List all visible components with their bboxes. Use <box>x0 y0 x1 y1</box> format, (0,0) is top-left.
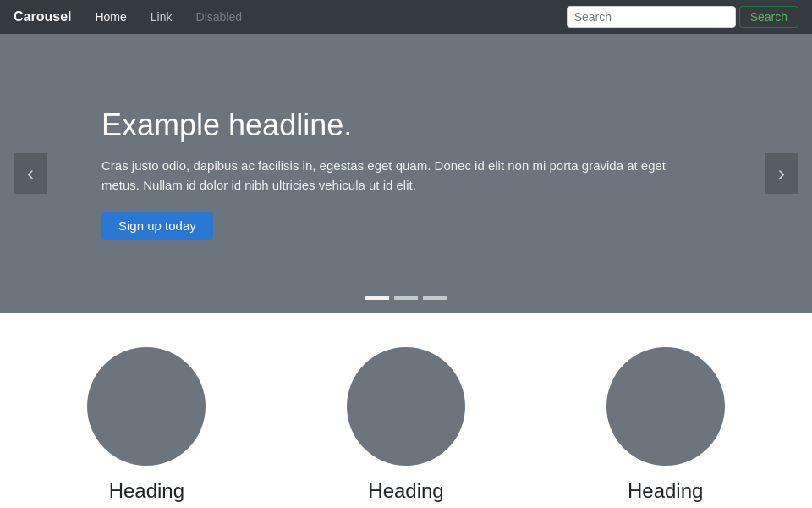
navbar-brand[interactable]: Carousel <box>14 9 71 25</box>
content-circle-3 <box>606 347 725 466</box>
chevron-left-icon: ‹ <box>27 162 34 185</box>
search-button[interactable]: Search <box>739 6 798 28</box>
carousel-body: Cras justo odio, dapibus ac facilisis in… <box>102 157 694 195</box>
carousel-dot-3[interactable] <box>423 296 447 300</box>
content-circle-2 <box>347 347 465 466</box>
search-input[interactable] <box>567 6 736 28</box>
nav-link-home[interactable]: Home <box>85 3 136 30</box>
carousel-indicators <box>365 296 447 300</box>
content-section: Heading Donec sed odio dui. Etiam porta … <box>0 313 812 508</box>
carousel-next-button[interactable]: › <box>765 153 798 194</box>
content-heading-3: Heading <box>628 479 703 503</box>
nav-link-link[interactable]: Link <box>140 3 183 30</box>
nav-link-disabled: Disabled <box>186 3 252 30</box>
chevron-right-icon: › <box>778 162 785 185</box>
carousel: ‹ Example headline. Cras justo odio, dap… <box>0 34 812 313</box>
content-heading-2: Heading <box>368 479 443 503</box>
carousel-dot-2[interactable] <box>394 296 418 300</box>
carousel-slide: Example headline. Cras justo odio, dapib… <box>0 34 812 313</box>
navbar: Carousel Home Link Disabled Search <box>0 0 812 34</box>
carousel-dot-1[interactable] <box>365 296 389 300</box>
content-col-2: Heading Duis mollis, est non commodo luc… <box>277 347 536 508</box>
navbar-search: Search <box>567 6 798 28</box>
content-col-3: Heading Donec sed odio dui. Cras justo o… <box>535 347 795 508</box>
carousel-caption: Example headline. Cras justo odio, dapib… <box>102 108 694 240</box>
carousel-headline: Example headline. <box>102 108 694 143</box>
nav-links: Home Link Disabled <box>85 3 566 30</box>
carousel-prev-button[interactable]: ‹ <box>14 153 47 194</box>
carousel-inner: Example headline. Cras justo odio, dapib… <box>0 34 812 313</box>
content-col-1: Heading Donec sed odio dui. Etiam porta … <box>17 347 277 508</box>
content-circle-1 <box>87 347 206 466</box>
carousel-cta-button[interactable]: Sign up today <box>102 212 213 240</box>
content-heading-1: Heading <box>109 479 184 503</box>
